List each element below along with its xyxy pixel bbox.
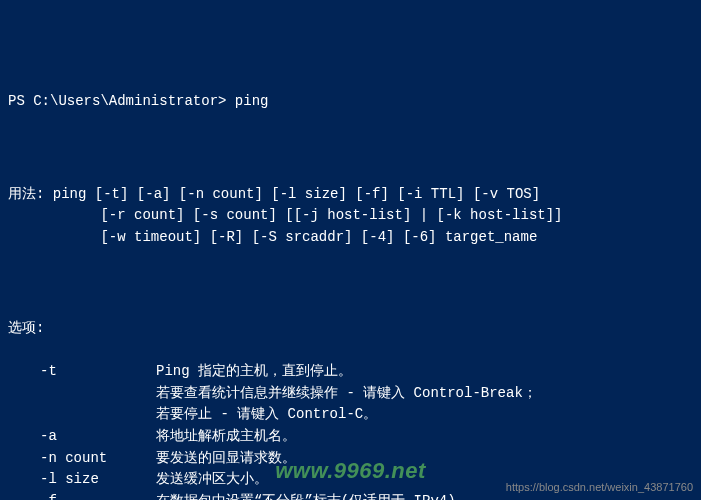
option-flag: -n count [8,448,156,470]
source-url: https://blog.csdn.net/weixin_43871760 [506,479,693,496]
option-description: 要发送的回显请求数。 [156,448,693,470]
option-row: -tPing 指定的主机，直到停止。 [8,361,693,383]
usage-block: 用法: ping [-t] [-a] [-n count] [-l size] … [8,184,693,249]
option-row: -a将地址解析成主机名。 [8,426,693,448]
usage-label: 用法: [8,186,44,202]
blank-line [8,136,693,158]
usage-line-2: [-w timeout] [-R] [-S srcaddr] [-4] [-6]… [58,229,537,245]
option-flag: -f [8,491,156,500]
option-row: 若要查看统计信息并继续操作 - 请键入 Control-Break； [8,383,693,405]
option-description: 将地址解析成主机名。 [156,426,693,448]
option-flag: -t [8,361,156,383]
option-description: 若要停止 - 请键入 Control-C。 [156,404,693,426]
option-row: -n count要发送的回显请求数。 [8,448,693,470]
option-flag: -a [8,426,156,448]
prompt-command[interactable]: ping [235,93,269,109]
option-flag: -l size [8,469,156,491]
prompt-line: PS C:\Users\Administrator> ping [8,91,693,113]
prompt-prefix: PS C:\Users\Administrator> [8,93,226,109]
option-row: 若要停止 - 请键入 Control-C。 [8,404,693,426]
option-description: 若要查看统计信息并继续操作 - 请键入 Control-Break； [156,383,693,405]
option-flag [8,383,156,405]
blank-line [8,274,693,296]
usage-line-0: ping [-t] [-a] [-n count] [-l size] [-f]… [53,186,540,202]
usage-line-1: [-r count] [-s count] [[-j host-list] | … [58,207,562,223]
option-flag [8,404,156,426]
option-description: Ping 指定的主机，直到停止。 [156,361,693,383]
options-header: 选项: [8,318,693,340]
